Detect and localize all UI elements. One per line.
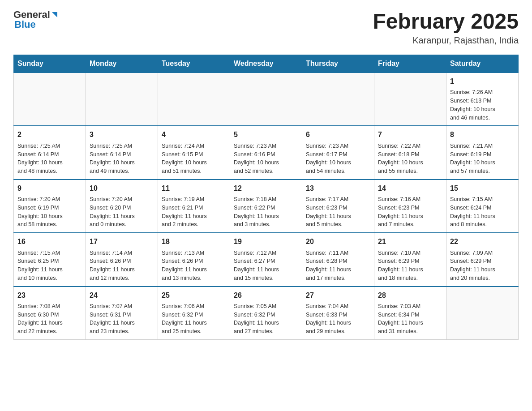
day-info: Sunrise: 7:04 AM Sunset: 6:33 PM Dayligh… [306,302,370,336]
calendar-cell: 5Sunrise: 7:23 AM Sunset: 6:16 PM Daylig… [230,126,302,179]
day-number: 13 [306,184,370,193]
day-info: Sunrise: 7:25 AM Sunset: 6:14 PM Dayligh… [90,142,154,176]
calendar-week-3: 9Sunrise: 7:20 AM Sunset: 6:19 PM Daylig… [14,180,519,233]
calendar-week-4: 16Sunrise: 7:15 AM Sunset: 6:25 PM Dayli… [14,233,519,286]
day-info: Sunrise: 7:24 AM Sunset: 6:15 PM Dayligh… [162,142,226,176]
day-info: Sunrise: 7:12 AM Sunset: 6:27 PM Dayligh… [234,249,298,283]
weekday-header-saturday: Saturday [446,55,519,73]
calendar-cell [86,73,158,126]
calendar-cell: 10Sunrise: 7:20 AM Sunset: 6:20 PM Dayli… [86,180,158,233]
calendar-cell: 15Sunrise: 7:15 AM Sunset: 6:24 PM Dayli… [446,180,519,233]
title-block: February 2025 Karanpur, Rajasthan, India [373,9,519,46]
calendar-cell: 4Sunrise: 7:24 AM Sunset: 6:15 PM Daylig… [158,126,230,179]
day-number: 28 [378,291,442,300]
day-number: 23 [17,291,82,300]
day-info: Sunrise: 7:07 AM Sunset: 6:31 PM Dayligh… [90,302,154,336]
day-info: Sunrise: 7:18 AM Sunset: 6:22 PM Dayligh… [234,195,298,229]
day-info: Sunrise: 7:25 AM Sunset: 6:14 PM Dayligh… [17,142,82,176]
day-number: 22 [450,237,515,247]
day-number: 9 [17,184,82,193]
calendar-cell: 7Sunrise: 7:22 AM Sunset: 6:18 PM Daylig… [374,126,446,179]
day-info: Sunrise: 7:11 AM Sunset: 6:28 PM Dayligh… [306,249,370,283]
calendar-cell: 14Sunrise: 7:16 AM Sunset: 6:23 PM Dayli… [374,180,446,233]
day-number: 21 [378,237,442,247]
day-number: 2 [17,130,82,140]
day-info: Sunrise: 7:22 AM Sunset: 6:18 PM Dayligh… [378,142,442,176]
day-number: 11 [162,184,226,193]
calendar-cell: 24Sunrise: 7:07 AM Sunset: 6:31 PM Dayli… [86,287,158,340]
calendar-week-1: 1Sunrise: 7:26 AM Sunset: 6:13 PM Daylig… [14,73,519,126]
day-info: Sunrise: 7:15 AM Sunset: 6:24 PM Dayligh… [450,195,515,229]
calendar-cell: 1Sunrise: 7:26 AM Sunset: 6:13 PM Daylig… [446,73,519,126]
calendar-cell: 18Sunrise: 7:13 AM Sunset: 6:26 PM Dayli… [158,233,230,286]
calendar-cell: 27Sunrise: 7:04 AM Sunset: 6:33 PM Dayli… [302,287,374,340]
day-info: Sunrise: 7:03 AM Sunset: 6:34 PM Dayligh… [378,302,442,336]
day-number: 24 [90,291,154,300]
weekday-header-thursday: Thursday [302,55,374,73]
weekday-header-wednesday: Wednesday [230,55,302,73]
calendar-cell: 13Sunrise: 7:17 AM Sunset: 6:23 PM Dayli… [302,180,374,233]
calendar-week-5: 23Sunrise: 7:08 AM Sunset: 6:30 PM Dayli… [14,287,519,340]
day-number: 3 [90,130,154,140]
logo: General Blue [13,9,59,30]
day-number: 20 [306,237,370,247]
calendar-cell: 25Sunrise: 7:06 AM Sunset: 6:32 PM Dayli… [158,287,230,340]
day-info: Sunrise: 7:15 AM Sunset: 6:25 PM Dayligh… [17,249,82,283]
day-info: Sunrise: 7:10 AM Sunset: 6:29 PM Dayligh… [378,249,442,283]
day-number: 10 [90,184,154,193]
day-number: 8 [450,130,515,140]
day-info: Sunrise: 7:23 AM Sunset: 6:17 PM Dayligh… [306,142,370,176]
calendar-cell: 2Sunrise: 7:25 AM Sunset: 6:14 PM Daylig… [14,126,86,179]
day-info: Sunrise: 7:06 AM Sunset: 6:32 PM Dayligh… [162,302,226,336]
weekday-header-sunday: Sunday [14,55,86,73]
calendar-cell: 20Sunrise: 7:11 AM Sunset: 6:28 PM Dayli… [302,233,374,286]
day-info: Sunrise: 7:05 AM Sunset: 6:32 PM Dayligh… [234,302,298,336]
calendar-cell: 23Sunrise: 7:08 AM Sunset: 6:30 PM Dayli… [14,287,86,340]
day-number: 14 [378,184,442,193]
weekday-header-monday: Monday [86,55,158,73]
location-title: Karanpur, Rajasthan, India [373,35,519,46]
day-info: Sunrise: 7:23 AM Sunset: 6:16 PM Dayligh… [234,142,298,176]
day-number: 16 [17,237,82,247]
day-number: 1 [450,77,515,86]
calendar-cell [158,73,230,126]
day-info: Sunrise: 7:17 AM Sunset: 6:23 PM Dayligh… [306,195,370,229]
calendar-week-2: 2Sunrise: 7:25 AM Sunset: 6:14 PM Daylig… [14,126,519,179]
day-number: 6 [306,130,370,140]
calendar-cell: 9Sunrise: 7:20 AM Sunset: 6:19 PM Daylig… [14,180,86,233]
calendar-cell: 28Sunrise: 7:03 AM Sunset: 6:34 PM Dayli… [374,287,446,340]
day-number: 4 [162,130,226,140]
weekday-header-row: SundayMondayTuesdayWednesdayThursdayFrid… [14,55,519,73]
day-info: Sunrise: 7:16 AM Sunset: 6:23 PM Dayligh… [378,195,442,229]
day-number: 18 [162,237,226,247]
calendar-cell [446,287,519,340]
calendar-cell: 19Sunrise: 7:12 AM Sunset: 6:27 PM Dayli… [230,233,302,286]
calendar-cell: 6Sunrise: 7:23 AM Sunset: 6:17 PM Daylig… [302,126,374,179]
weekday-header-tuesday: Tuesday [158,55,230,73]
calendar-cell [374,73,446,126]
day-info: Sunrise: 7:19 AM Sunset: 6:21 PM Dayligh… [162,195,226,229]
logo-arrow-icon [50,10,59,19]
page-header: General Blue February 2025 Karanpur, Raj… [13,9,519,46]
day-info: Sunrise: 7:20 AM Sunset: 6:19 PM Dayligh… [17,195,82,229]
day-number: 26 [234,291,298,300]
day-info: Sunrise: 7:20 AM Sunset: 6:20 PM Dayligh… [90,195,154,229]
calendar-cell [14,73,86,126]
calendar-cell: 8Sunrise: 7:21 AM Sunset: 6:19 PM Daylig… [446,126,519,179]
day-info: Sunrise: 7:26 AM Sunset: 6:13 PM Dayligh… [450,88,515,122]
logo-blue-text: Blue [13,19,36,30]
calendar-cell: 11Sunrise: 7:19 AM Sunset: 6:21 PM Dayli… [158,180,230,233]
calendar-cell [230,73,302,126]
day-info: Sunrise: 7:13 AM Sunset: 6:26 PM Dayligh… [162,249,226,283]
day-number: 25 [162,291,226,300]
svg-marker-0 [52,12,57,17]
day-number: 19 [234,237,298,247]
day-number: 12 [234,184,298,193]
day-info: Sunrise: 7:08 AM Sunset: 6:30 PM Dayligh… [17,302,82,336]
calendar-cell: 12Sunrise: 7:18 AM Sunset: 6:22 PM Dayli… [230,180,302,233]
day-number: 27 [306,291,370,300]
day-info: Sunrise: 7:21 AM Sunset: 6:19 PM Dayligh… [450,142,515,176]
calendar-cell: 16Sunrise: 7:15 AM Sunset: 6:25 PM Dayli… [14,233,86,286]
day-number: 7 [378,130,442,140]
month-year-title: February 2025 [373,9,519,34]
